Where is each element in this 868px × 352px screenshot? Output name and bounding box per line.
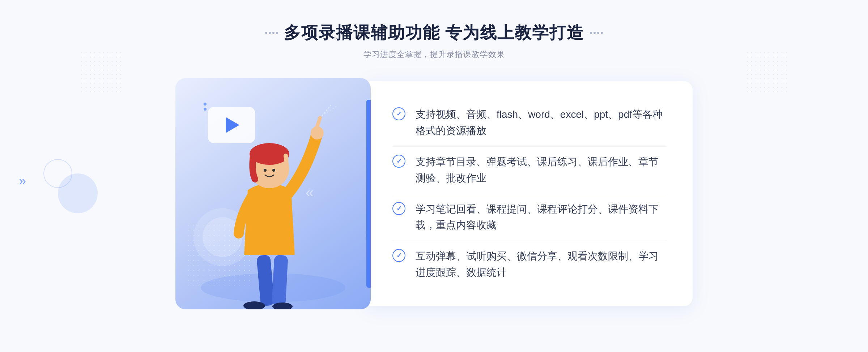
header-dot	[601, 32, 603, 34]
dot-pattern-top-left	[80, 51, 123, 94]
main-content: «	[145, 78, 723, 309]
header-dot	[269, 32, 271, 34]
page-container: » 多项录播课辅助功能 专为线上教学打造 学习进度全掌握，提升录播课教学效果	[0, 0, 868, 352]
header-section: 多项录播课辅助功能 专为线上教学打造 学习进度全掌握，提升录播课教学效果	[265, 22, 603, 60]
svg-point-11	[264, 169, 267, 172]
feature-item-3: ✓ 学习笔记回看、课程提问、课程评论打分、课件资料下载，重点内容收藏	[392, 194, 667, 241]
svg-rect-5	[272, 255, 288, 306]
title-row: 多项录播课辅助功能 专为线上教学打造	[265, 22, 603, 44]
header-dot	[590, 32, 592, 34]
page-title: 多项录播课辅助功能 专为线上教学打造	[284, 22, 584, 44]
header-dot	[593, 32, 596, 34]
feature-text-3: 学习笔记回看、课程提问、课程评论打分、课件资料下载，重点内容收藏	[416, 201, 667, 234]
svg-line-14	[322, 105, 331, 116]
header-dot	[272, 32, 275, 34]
check-icon-1: ✓	[392, 107, 405, 120]
check-icon-2: ✓	[392, 155, 405, 168]
feature-item-1: ✓ 支持视频、音频、flash、word、excel、ppt、pdf等各种格式的…	[392, 99, 667, 147]
header-dots-right	[590, 32, 603, 34]
content-panel: ✓ 支持视频、音频、flash、word、excel、ppt、pdf等各种格式的…	[367, 81, 693, 306]
check-mark: ✓	[396, 158, 402, 164]
feature-item-4: ✓ 互动弹幕、试听购买、微信分享、观看次数限制、学习进度跟踪、数据统计	[392, 241, 667, 288]
header-dot	[265, 32, 267, 34]
check-icon-3: ✓	[392, 202, 405, 215]
check-mark: ✓	[396, 205, 402, 212]
svg-text:«: «	[306, 184, 314, 200]
feature-item-2: ✓ 支持章节目录、弹题考试、课后练习、课后作业、章节测验、批改作业	[392, 147, 667, 194]
header-dots-left	[265, 32, 278, 34]
page-subtitle: 学习进度全掌握，提升录播课教学效果	[265, 49, 603, 60]
header-dot	[276, 32, 278, 34]
check-mark: ✓	[396, 252, 402, 259]
check-mark: ✓	[396, 111, 402, 117]
feature-text-2: 支持章节目录、弹题考试、课后练习、课后作业、章节测验、批改作业	[416, 154, 667, 186]
illustration-card: «	[175, 78, 371, 309]
svg-line-13	[317, 118, 320, 126]
person-illustration: «	[175, 78, 371, 309]
feature-text-4: 互动弹幕、试听购买、微信分享、观看次数限制、学习进度跟踪、数据统计	[416, 248, 667, 281]
deco-circle-outline	[43, 159, 72, 188]
chevron-left-decoration: »	[19, 173, 26, 189]
svg-point-8	[311, 126, 324, 139]
check-icon-4: ✓	[392, 249, 405, 262]
dot-pattern-top-right	[745, 51, 788, 94]
feature-text-1: 支持视频、音频、flash、word、excel、ppt、pdf等各种格式的资源…	[416, 107, 667, 139]
header-dot	[597, 32, 599, 34]
svg-point-12	[272, 169, 275, 172]
